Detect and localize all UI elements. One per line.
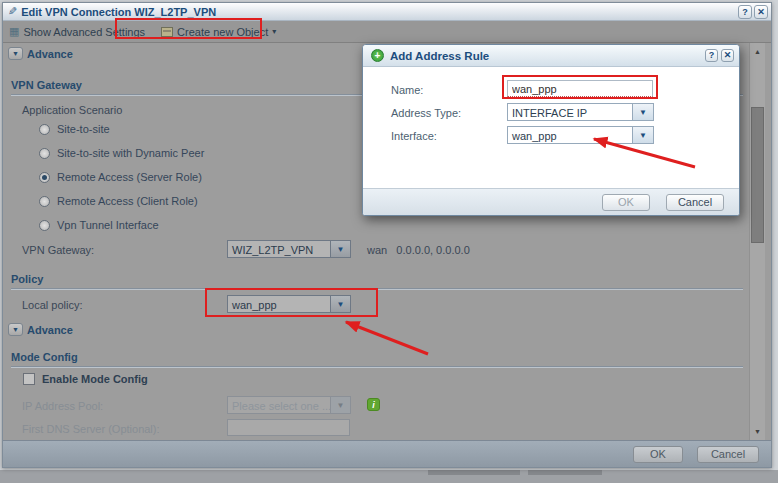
modal-help-button[interactable]: ?	[705, 49, 718, 62]
chevron-down-icon: ▼	[330, 296, 350, 312]
window-titlebar: ✎ Edit VPN Connection WIZ_L2TP_VPN	[3, 3, 771, 21]
radio-label: Site-to-site	[57, 123, 110, 135]
radio-site-to-site-dynamic-peer[interactable]: Site-to-site with Dynamic Peer	[39, 147, 204, 159]
radio-label: Site-to-site with Dynamic Peer	[57, 147, 204, 159]
modal-titlebar: + Add Address Rule	[363, 45, 739, 67]
collapse-icon: ▼	[8, 47, 23, 60]
vpn-gateway-select[interactable]: WIZ_L2TP_VPN ▼	[227, 240, 351, 258]
chevron-down-icon: ▼	[330, 397, 350, 413]
local-policy-select[interactable]: wan_ppp ▼	[227, 295, 351, 313]
radio-site-to-site[interactable]: Site-to-site	[39, 123, 110, 135]
radio-vpn-tunnel-interface[interactable]: Vpn Tunnel Interface	[39, 219, 159, 231]
help-button[interactable]: ?	[738, 5, 752, 19]
first-dns-server-input	[227, 419, 350, 436]
grid-icon: ▦	[9, 26, 19, 37]
close-button[interactable]: ✕	[754, 5, 768, 19]
show-advanced-settings-label: Show Advanced Settings	[23, 26, 145, 38]
chevron-down-icon: ▼	[330, 241, 350, 257]
interface-select[interactable]: wan_ppp ▼	[507, 126, 654, 144]
advance-label: Advance	[27, 324, 73, 336]
section-policy-title: Policy	[11, 273, 43, 285]
ip-address-pool-select: Please select one ... ▼	[227, 396, 351, 414]
select-value: wan_ppp	[508, 127, 632, 143]
radio-label: Vpn Tunnel Interface	[57, 219, 159, 231]
address-type-label: Address Type:	[391, 107, 461, 119]
name-input[interactable]	[507, 80, 653, 97]
gateway-ips: 0.0.0.0, 0.0.0.0	[396, 244, 469, 256]
advance-toggle-top[interactable]: ▼ Advance	[8, 47, 73, 60]
interface-label: Interface:	[391, 130, 437, 142]
section-vpn-gateway-title: VPN Gateway	[11, 79, 82, 91]
edit-pencil-icon: ✎	[8, 5, 17, 18]
section-mode-config-title: Mode Config	[11, 351, 78, 363]
toolbar: ▦ Show Advanced Settings Create new Obje…	[3, 21, 771, 43]
radio-icon	[39, 124, 50, 135]
create-object-icon	[161, 27, 173, 37]
radio-remote-access-client-role[interactable]: Remote Access (Client Role)	[39, 195, 198, 207]
chevron-down-icon: ▼	[632, 104, 653, 120]
vpn-gateway-detail: wan 0.0.0.0, 0.0.0.0	[367, 244, 470, 256]
scroll-down-button[interactable]: ▼	[750, 424, 765, 439]
collapse-icon: ▼	[8, 323, 23, 336]
select-placeholder: Please select one ...	[228, 397, 330, 413]
radio-remote-access-server-role[interactable]: Remote Access (Server Role)	[39, 171, 202, 183]
info-icon: i	[367, 398, 380, 411]
application-scenario-label: Application Scenario	[22, 104, 122, 116]
gateway-interface: wan	[367, 244, 387, 256]
radio-icon	[39, 148, 50, 159]
name-label: Name:	[391, 84, 423, 96]
checkbox-icon	[23, 373, 35, 385]
local-policy-label: Local policy:	[22, 299, 83, 311]
chevron-down-icon: ▼	[632, 127, 653, 143]
advance-toggle-policy[interactable]: ▼ Advance	[8, 323, 73, 336]
ip-address-pool-label: IP Address Pool:	[22, 400, 103, 412]
modal-title: Add Address Rule	[390, 50, 489, 62]
first-dns-server-label: First DNS Server (Optional):	[22, 423, 160, 435]
vpn-gateway-label: VPN Gateway:	[22, 244, 94, 256]
show-advanced-settings-button[interactable]: ▦ Show Advanced Settings	[9, 26, 145, 38]
add-icon: +	[371, 49, 384, 62]
modal-cancel-button[interactable]: Cancel	[666, 194, 724, 211]
modal-close-button[interactable]: ✕	[721, 49, 734, 62]
content-scrollbar[interactable]: ▲ ▼	[749, 43, 765, 440]
scroll-thumb[interactable]	[751, 107, 764, 243]
ok-button[interactable]: OK	[633, 446, 683, 463]
checkbox-label: Enable Mode Config	[42, 373, 148, 385]
create-new-object-label: Create new Object	[177, 26, 268, 38]
dialog-footer: OK Cancel	[3, 440, 771, 467]
create-new-object-button[interactable]: Create new Object ▾	[161, 26, 276, 38]
add-address-rule-dialog: + Add Address Rule ? ✕ Name: Address Typ…	[362, 44, 740, 216]
cancel-button[interactable]: Cancel	[697, 446, 759, 463]
scroll-up-button[interactable]: ▲	[750, 44, 765, 59]
address-type-select[interactable]: INTERFACE IP ▼	[507, 103, 654, 121]
radio-icon	[39, 220, 50, 231]
section-divider	[11, 366, 743, 368]
page-background-strip	[0, 470, 778, 483]
select-value: INTERFACE IP	[508, 104, 632, 120]
enable-mode-config-checkbox[interactable]: Enable Mode Config	[23, 373, 148, 385]
background-button-edge	[528, 470, 602, 475]
chevron-down-icon: ▾	[272, 27, 276, 36]
modal-footer: OK Cancel	[363, 188, 739, 215]
section-divider	[11, 288, 743, 290]
window-title: Edit VPN Connection WIZ_L2TP_VPN	[21, 6, 216, 18]
modal-ok-button[interactable]: OK	[602, 194, 650, 211]
select-value: WIZ_L2TP_VPN	[228, 241, 330, 257]
radio-label: Remote Access (Server Role)	[57, 171, 202, 183]
radio-label: Remote Access (Client Role)	[57, 195, 198, 207]
advance-label: Advance	[27, 48, 73, 60]
background-button-edge	[428, 470, 520, 475]
radio-icon	[39, 196, 50, 207]
select-value: wan_ppp	[228, 296, 330, 312]
radio-icon-selected	[39, 172, 50, 183]
